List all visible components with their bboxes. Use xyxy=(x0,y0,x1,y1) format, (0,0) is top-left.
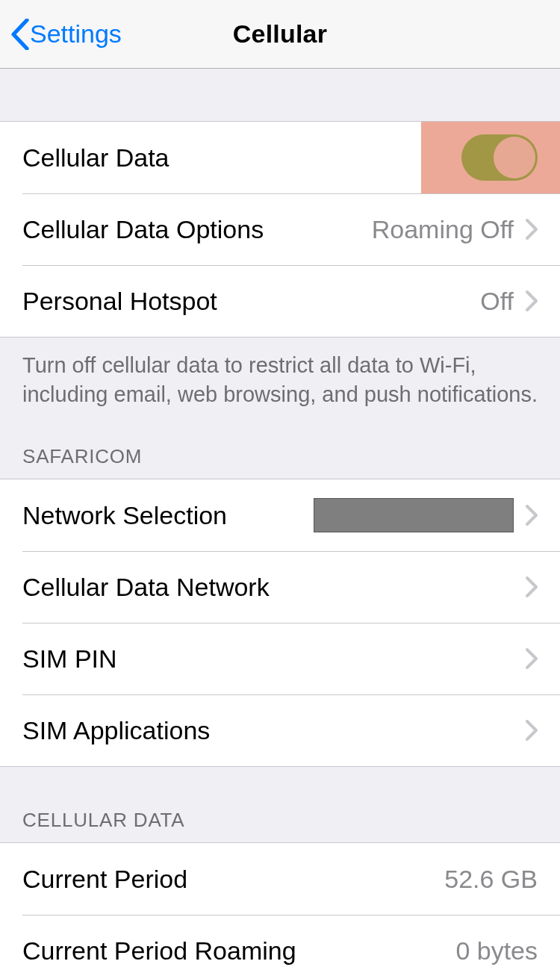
chevron-right-icon xyxy=(526,505,538,526)
cellular-data-network-label: Cellular Data Network xyxy=(22,573,521,602)
group3-header: CELLULAR DATA xyxy=(0,767,560,842)
personal-hotspot-label: Personal Hotspot xyxy=(22,287,480,316)
back-button[interactable]: Settings xyxy=(10,0,122,68)
cellular-data-label: Cellular Data xyxy=(22,143,421,172)
row-current-period: Current Period 52.6 GB xyxy=(0,843,560,915)
current-period-roaming-label: Current Period Roaming xyxy=(22,936,455,966)
chevron-right-icon xyxy=(526,576,538,597)
sim-pin-label: SIM PIN xyxy=(22,644,521,674)
row-cellular-data-options[interactable]: Cellular Data Options Roaming Off xyxy=(0,193,560,265)
network-selection-value-redacted xyxy=(314,498,514,532)
row-current-period-roaming: Current Period Roaming 0 bytes xyxy=(0,915,560,970)
cellular-data-highlight xyxy=(421,122,560,193)
row-cellular-data[interactable]: Cellular Data xyxy=(0,122,560,193)
group-cellular: Cellular Data Cellular Data Options Roam… xyxy=(0,121,560,338)
row-cellular-data-network[interactable]: Cellular Data Network xyxy=(0,551,560,623)
network-selection-label: Network Selection xyxy=(22,501,314,530)
chevron-right-icon xyxy=(526,648,538,669)
row-personal-hotspot[interactable]: Personal Hotspot Off xyxy=(0,265,560,337)
back-label: Settings xyxy=(30,19,122,49)
chevron-left-icon xyxy=(10,19,30,50)
page-title: Cellular xyxy=(233,19,327,49)
row-network-selection[interactable]: Network Selection xyxy=(0,479,560,551)
cellular-data-switch[interactable] xyxy=(461,134,538,181)
navbar: Settings Cellular xyxy=(0,0,560,69)
chevron-right-icon xyxy=(526,720,538,741)
group-usage: Current Period 52.6 GB Current Period Ro… xyxy=(0,842,560,970)
chevron-right-icon xyxy=(526,219,538,240)
switch-knob xyxy=(494,137,535,178)
current-period-roaming-value: 0 bytes xyxy=(455,936,538,966)
current-period-value: 52.6 GB xyxy=(444,865,538,894)
chevron-right-icon xyxy=(526,290,538,311)
row-sim-pin[interactable]: SIM PIN xyxy=(0,623,560,694)
cellular-data-options-label: Cellular Data Options xyxy=(22,215,372,244)
group-carrier: Network Selection Cellular Data Network … xyxy=(0,479,560,767)
cellular-data-options-value: Roaming Off xyxy=(372,215,514,244)
sim-applications-label: SIM Applications xyxy=(22,716,521,745)
current-period-label: Current Period xyxy=(22,865,444,894)
personal-hotspot-value: Off xyxy=(480,287,514,316)
row-sim-applications[interactable]: SIM Applications xyxy=(0,694,560,766)
group2-header: SAFARICOM xyxy=(0,409,560,479)
group1-footer: Turn off cellular data to restrict all d… xyxy=(0,338,560,409)
